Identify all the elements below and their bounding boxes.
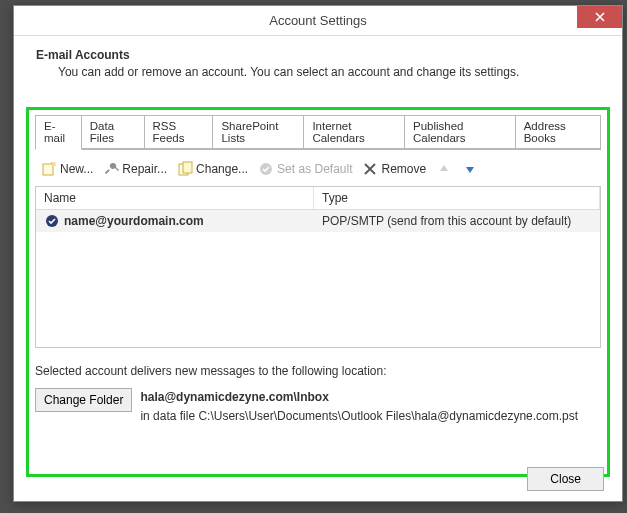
header-section: E-mail Accounts You can add or remove an… bbox=[14, 36, 622, 89]
repair-label: Repair... bbox=[122, 162, 167, 176]
new-icon bbox=[41, 161, 57, 177]
move-down-button[interactable] bbox=[460, 160, 480, 178]
tab-strip: E-mail Data Files RSS Feeds SharePoint L… bbox=[35, 115, 601, 150]
header-title: E-mail Accounts bbox=[36, 48, 600, 62]
change-icon bbox=[177, 161, 193, 177]
cell-type: POP/SMTP (send from this account by defa… bbox=[314, 210, 600, 232]
folder-info: hala@dynamicdezyne.com\Inbox in data fil… bbox=[140, 388, 578, 426]
table-row[interactable]: name@yourdomain.com POP/SMTP (send from … bbox=[36, 210, 600, 232]
data-file-path: in data file C:\Users\User\Documents\Out… bbox=[140, 407, 578, 426]
window-close-button[interactable] bbox=[577, 6, 622, 28]
set-default-label: Set as Default bbox=[277, 162, 352, 176]
remove-icon bbox=[362, 161, 378, 177]
svg-rect-2 bbox=[105, 169, 110, 174]
dialog-footer: Close bbox=[527, 467, 604, 491]
cell-name: name@yourdomain.com bbox=[36, 210, 314, 232]
account-type: POP/SMTP (send from this account by defa… bbox=[322, 214, 571, 228]
new-label: New... bbox=[60, 162, 93, 176]
tab-email[interactable]: E-mail bbox=[35, 115, 82, 150]
tab-sharepoint-lists[interactable]: SharePoint Lists bbox=[213, 115, 304, 149]
tab-published-calendars[interactable]: Published Calendars bbox=[405, 115, 516, 149]
repair-icon bbox=[103, 161, 119, 177]
tab-data-files[interactable]: Data Files bbox=[82, 115, 145, 149]
delivery-note: Selected account delivers new messages t… bbox=[35, 364, 601, 378]
toolbar: New... Repair... Change... Set as Defaul… bbox=[35, 150, 601, 186]
svg-rect-0 bbox=[43, 164, 53, 175]
folder-path: hala@dynamicdezyne.com\Inbox bbox=[140, 388, 578, 407]
account-name: name@yourdomain.com bbox=[64, 214, 204, 228]
default-account-icon bbox=[44, 213, 60, 229]
table-header: Name Type bbox=[36, 187, 600, 210]
tab-address-books[interactable]: Address Books bbox=[516, 115, 601, 149]
column-name[interactable]: Name bbox=[36, 187, 314, 209]
close-button[interactable]: Close bbox=[527, 467, 604, 491]
svg-rect-4 bbox=[183, 162, 192, 173]
titlebar: Account Settings bbox=[14, 6, 622, 36]
tab-rss-feeds[interactable]: RSS Feeds bbox=[145, 115, 214, 149]
window-title: Account Settings bbox=[269, 13, 367, 28]
new-button[interactable]: New... bbox=[39, 160, 95, 178]
repair-button[interactable]: Repair... bbox=[101, 160, 169, 178]
change-button[interactable]: Change... bbox=[175, 160, 250, 178]
remove-button[interactable]: Remove bbox=[360, 160, 428, 178]
set-default-button: Set as Default bbox=[256, 160, 354, 178]
header-desc: You can add or remove an account. You ca… bbox=[36, 62, 600, 79]
delivery-folder-row: Change Folder hala@dynamicdezyne.com\Inb… bbox=[35, 388, 601, 426]
remove-label: Remove bbox=[381, 162, 426, 176]
arrow-down-icon bbox=[462, 161, 478, 177]
change-label: Change... bbox=[196, 162, 248, 176]
account-settings-window: Account Settings E-mail Accounts You can… bbox=[13, 5, 623, 502]
main-area: E-mail Data Files RSS Feeds SharePoint L… bbox=[26, 107, 610, 477]
tab-internet-calendars[interactable]: Internet Calendars bbox=[304, 115, 405, 149]
checkmark-icon bbox=[258, 161, 274, 177]
column-type[interactable]: Type bbox=[314, 187, 600, 209]
accounts-table: Name Type name@yourdomain.com POP/SMTP (… bbox=[35, 186, 601, 348]
change-folder-button[interactable]: Change Folder bbox=[35, 388, 132, 412]
close-icon bbox=[595, 12, 605, 22]
arrow-up-icon bbox=[436, 161, 452, 177]
move-up-button bbox=[434, 160, 454, 178]
svg-point-1 bbox=[52, 162, 56, 166]
